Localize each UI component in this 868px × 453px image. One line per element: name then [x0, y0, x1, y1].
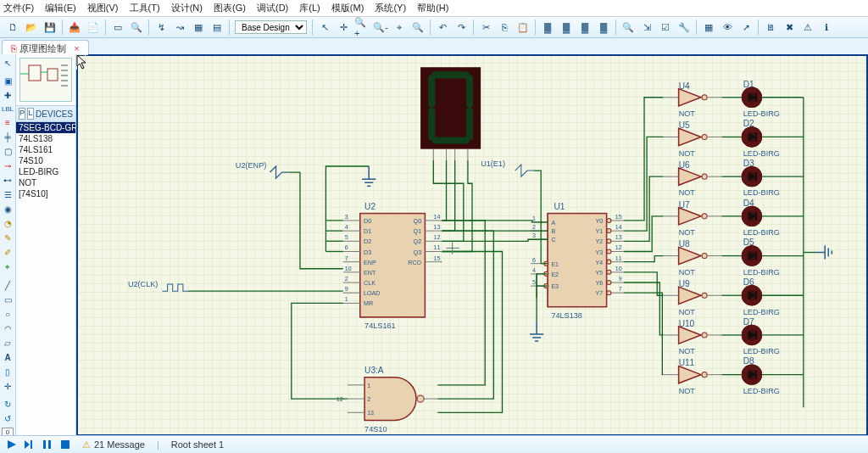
workspace: ↖ ▣ ✚ LBL ≡ ╪ ▢ ⊸ ⊷ ☰ ◉ ◔ ✎ ✐ ⌖ ╱ ▭ ○ ◠ … [0, 54, 868, 58]
wrench-icon[interactable]: 🔧 [676, 19, 693, 36]
menu-tools[interactable]: 工具(T) [130, 3, 160, 13]
redo-icon[interactable]: ↷ [453, 19, 470, 36]
variant-combo[interactable]: Base Design [235, 20, 307, 34]
menu-help[interactable]: 帮助(H) [417, 3, 448, 13]
separator [473, 20, 474, 35]
props-icon[interactable]: ▤ [209, 19, 225, 36]
info-icon[interactable]: ℹ [818, 19, 835, 36]
schematic-icon: ⎘ [11, 43, 17, 53]
area-icon[interactable]: ▭ [109, 19, 126, 36]
undo-icon[interactable]: ↶ [434, 19, 451, 36]
zoom-in-icon[interactable]: 🔍+ [353, 19, 370, 36]
zoom-out-icon[interactable]: 🔍- [372, 19, 389, 36]
page-icon[interactable]: 📄 [85, 19, 102, 36]
paste-icon[interactable]: 📋 [515, 19, 531, 36]
schematic-canvas[interactable]: U2 3D04D15D26D37ENP10ENT2CLK9LOAD1MR Q01… [76, 54, 868, 58]
wire-icon[interactable]: ↯ [153, 19, 170, 36]
separator [696, 20, 697, 35]
separator [430, 20, 431, 35]
del-icon[interactable]: ✖ [781, 19, 798, 36]
tag-icon[interactable]: ⇲ [638, 19, 655, 36]
mode-sidebar: ↖ ▣ ✚ LBL ≡ ╪ ▢ ⊸ ⊷ ☰ ◉ ◔ ✎ ✐ ⌖ ╱ ▭ ○ ◠ … [0, 54, 16, 58]
menu-view[interactable]: 视图(V) [87, 3, 119, 13]
devices-panel: P L DEVICES 7SEG-BCD-GRN 74LS138 74LS161… [16, 54, 76, 58]
menu-tmpl[interactable]: 模版(M) [331, 3, 364, 13]
bom-icon[interactable]: 🗎 [762, 19, 779, 36]
close-icon[interactable]: × [74, 43, 79, 53]
menu-sys[interactable]: 系统(Y) [375, 3, 406, 13]
autowire-icon[interactable]: ↝ [171, 19, 188, 36]
3d-icon[interactable]: 👁 [719, 19, 736, 36]
main-toolbar: 🗋 📂 💾 📥 📄 ▭ 🔍 ↯ ↝ ▦ ▤ Base Design ↖ ✛ 🔍+… [0, 17, 868, 38]
export-icon[interactable]: ➚ [737, 19, 754, 36]
zoom-area-icon[interactable]: 🔍 [128, 19, 145, 36]
menu-lib[interactable]: 库(L) [299, 3, 320, 13]
menu-file[interactable]: 文件(F) [3, 3, 34, 13]
copy-icon[interactable]: ⎘ [496, 19, 513, 36]
menu-debug[interactable]: 调试(D) [257, 3, 288, 13]
block2-icon[interactable]: ▓ [558, 19, 575, 36]
drc-icon[interactable]: ☑ [657, 19, 674, 36]
cursor-icon[interactable]: ↖ [316, 19, 333, 36]
cursor-pointer-icon [76, 54, 88, 58]
mask-icon[interactable]: ▦ [190, 19, 207, 36]
block3-icon[interactable]: ▓ [576, 19, 593, 36]
separator [62, 20, 63, 35]
separator [229, 20, 230, 35]
open-icon[interactable]: 📂 [23, 19, 40, 36]
pcb-icon[interactable]: ▦ [700, 19, 717, 36]
block1-icon[interactable]: ▓ [539, 19, 556, 36]
search-icon[interactable]: 🔍 [620, 19, 637, 36]
separator [105, 20, 106, 35]
separator [312, 20, 313, 35]
separator [535, 20, 536, 35]
separator [758, 20, 759, 35]
separator [148, 20, 149, 35]
separator [615, 20, 616, 35]
cross-icon[interactable]: ✛ [335, 19, 352, 36]
zoom-fit-icon[interactable]: ⌖ [391, 19, 408, 36]
menu-bar: 文件(F) 编辑(E) 视图(V) 工具(T) 设计(N) 图表(G) 调试(D… [0, 0, 868, 17]
tab-label: 原理图绘制 [19, 43, 66, 53]
cut-icon[interactable]: ✂ [477, 19, 494, 36]
zoom-all-icon[interactable]: 🔍 [409, 19, 426, 36]
menu-graph[interactable]: 图表(G) [214, 3, 246, 13]
err-icon[interactable]: ⚠ [799, 19, 816, 36]
menu-edit[interactable]: 编辑(E) [45, 3, 76, 13]
import-icon[interactable]: 📥 [66, 19, 83, 36]
block4-icon[interactable]: ▓ [595, 19, 612, 36]
new-icon[interactable]: 🗋 [4, 19, 21, 36]
save-icon[interactable]: 💾 [42, 19, 58, 36]
menu-design[interactable]: 设计(N) [171, 3, 203, 13]
